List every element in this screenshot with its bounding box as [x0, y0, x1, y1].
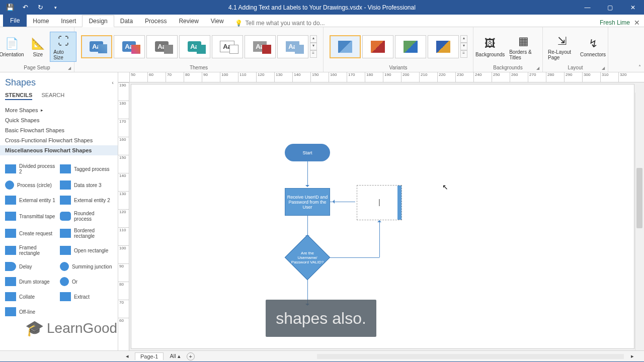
- shape-rounded-process[interactable]: Rounded process: [59, 208, 114, 225]
- connector[interactable]: [330, 257, 379, 258]
- relayout-button[interactable]: ⇲Re-Layout Page: [545, 32, 579, 61]
- tab-home[interactable]: Home: [27, 16, 55, 27]
- window-buttons: — ▢ ✕: [576, 0, 644, 15]
- theme-tile[interactable]: Aa: [81, 35, 112, 58]
- shape-open-rectangle[interactable]: Open rectangle: [59, 242, 114, 259]
- shape-extract[interactable]: Extract: [59, 289, 114, 304]
- title-bar: 💾 ↶ ↻ ▾ 4.1 Adding Text and Labels to Yo…: [0, 0, 644, 15]
- stencils-tab[interactable]: STENCILS: [5, 92, 32, 100]
- close-icon[interactable]: ✕: [621, 0, 644, 15]
- collapse-ribbon-icon[interactable]: ˄: [638, 64, 641, 70]
- tab-file[interactable]: File: [3, 15, 27, 27]
- shape-offline[interactable]: Off-line: [4, 304, 59, 319]
- connectors-button[interactable]: ↯Connectors: [580, 35, 606, 58]
- mouse-cursor-icon: ↖: [442, 183, 448, 191]
- connectors-icon: ↯: [585, 36, 601, 52]
- group-label-themes: Themes: [76, 65, 321, 71]
- page-tab-page1[interactable]: Page-1: [135, 352, 164, 360]
- flowchart-decision-valid[interactable]: Are the Username/ Password VALID?: [285, 235, 330, 280]
- shapes-panel-title: Shapes ‹: [0, 72, 118, 90]
- backgrounds-icon: 🖼: [482, 36, 498, 52]
- add-page-button[interactable]: +: [187, 352, 195, 360]
- orientation-button[interactable]: 📄Orientation: [0, 35, 26, 58]
- shape-external-entity-1[interactable]: External entity 1: [4, 193, 59, 208]
- shape-bordered-rectangle[interactable]: Bordered rectangle: [59, 225, 114, 242]
- ribbon-close-icon[interactable]: ✕: [634, 19, 640, 27]
- stencil-miscellaneous[interactable]: Miscellaneous Flowchart Shapes: [0, 145, 118, 155]
- shape-process-circle[interactable]: Process (circle): [4, 177, 59, 193]
- gallery-scroll[interactable]: ▴▾≡: [460, 35, 467, 58]
- themes-gallery[interactable]: Aa Aa Aa Aa Aa Aa Aa ▴▾≡: [81, 35, 317, 58]
- borders-titles-button[interactable]: ▦Borders & Titles: [506, 32, 540, 61]
- horizontal-scrollbar[interactable]: [317, 354, 624, 359]
- size-button[interactable]: 📐Size: [27, 35, 48, 58]
- variant-tile[interactable]: [428, 35, 459, 58]
- variants-gallery[interactable]: ▴▾≡: [330, 35, 467, 58]
- theme-tile[interactable]: Aa: [179, 35, 210, 58]
- drawing-page[interactable]: Start Receive UserID and Password from t…: [131, 84, 634, 348]
- page-nav-next-icon[interactable]: ▸: [631, 353, 634, 359]
- group-page-setup: 📄Orientation 📐Size ⛶Auto Size Page Setup…: [0, 27, 74, 72]
- canvas-area: 5060708090100110120130140150160170180190…: [118, 72, 644, 350]
- theme-tile[interactable]: Aa: [277, 35, 308, 58]
- shapes-panel: Shapes ‹ STENCILS SEARCH More Shapes▸ Qu…: [0, 72, 118, 350]
- tell-me-search[interactable]: 💡 Tell me what you want to do...: [235, 20, 325, 27]
- connector[interactable]: [307, 161, 308, 187]
- shape-divided-process-2[interactable]: Divided process 2: [4, 160, 59, 177]
- tell-me-placeholder: Tell me what you want to do...: [246, 20, 325, 27]
- vertical-scrollbar[interactable]: [635, 93, 643, 350]
- tab-review[interactable]: Review: [173, 16, 204, 27]
- tab-process[interactable]: Process: [139, 16, 173, 27]
- redo-icon[interactable]: ↻: [36, 4, 44, 12]
- tab-view[interactable]: View: [205, 16, 230, 27]
- pages-all[interactable]: All ▴: [170, 353, 180, 359]
- group-label-layout: Layout◢: [545, 65, 606, 71]
- flowchart-stored-data-selected[interactable]: [357, 185, 402, 220]
- stencil-basic-flowchart[interactable]: Basic Flowchart Shapes: [0, 125, 118, 135]
- dialog-launcher-icon[interactable]: ◢: [602, 66, 605, 70]
- shape-or[interactable]: Or: [59, 274, 114, 289]
- shape-drum-storage[interactable]: Drum storage: [4, 274, 59, 289]
- dialog-launcher-icon[interactable]: ◢: [68, 66, 71, 70]
- stencil-cross-functional[interactable]: Cross-Functional Flowchart Shapes: [0, 135, 118, 145]
- theme-tile[interactable]: Aa: [114, 35, 145, 58]
- shape-external-entity-2[interactable]: External entity 2: [59, 193, 114, 208]
- variant-tile[interactable]: [330, 35, 361, 58]
- collapse-panel-icon[interactable]: ‹: [112, 79, 114, 85]
- connector[interactable]: [379, 220, 380, 257]
- backgrounds-button[interactable]: 🖼Backgrounds: [475, 35, 505, 58]
- theme-tile[interactable]: Aa: [212, 35, 243, 58]
- connector[interactable]: [307, 216, 308, 237]
- shape-summing-junction[interactable]: Summing junction: [59, 259, 114, 274]
- variant-tile[interactable]: [395, 35, 426, 58]
- shape-tagged-process[interactable]: Tagged process: [59, 160, 114, 177]
- group-label-page-setup: Page Setup◢: [2, 65, 72, 71]
- search-tab[interactable]: SEARCH: [41, 92, 64, 100]
- flowchart-start[interactable]: Start: [285, 144, 330, 161]
- theme-tile[interactable]: Aa: [245, 35, 276, 58]
- shape-create-request[interactable]: Create request: [4, 225, 59, 242]
- minimize-icon[interactable]: —: [576, 0, 599, 15]
- qat-more-icon[interactable]: ▾: [51, 4, 59, 12]
- tab-design[interactable]: Design: [82, 15, 114, 27]
- shape-framed-rectangle[interactable]: Framed rectangle: [4, 242, 59, 259]
- variant-tile[interactable]: [362, 35, 393, 58]
- tab-data[interactable]: Data: [114, 16, 139, 27]
- shape-collate[interactable]: Collate: [4, 289, 59, 304]
- stencil-more-shapes[interactable]: More Shapes▸: [0, 105, 118, 115]
- dialog-launcher-icon[interactable]: ◢: [536, 66, 539, 70]
- ribbon-tabs: File Home Insert Design Data Process Rev…: [0, 15, 644, 27]
- gallery-scroll[interactable]: ▴▾≡: [310, 35, 317, 58]
- stencil-quick-shapes[interactable]: Quick Shapes: [0, 115, 118, 125]
- shape-transmittal-tape[interactable]: Transmittal tape: [4, 208, 59, 225]
- shape-data-store-3[interactable]: Data store 3: [59, 177, 114, 193]
- undo-icon[interactable]: ↶: [21, 4, 29, 12]
- theme-tile[interactable]: Aa: [146, 35, 178, 58]
- flowchart-process-receive[interactable]: Receive UserID and Password from the Use…: [285, 188, 330, 216]
- page-nav-prev-icon[interactable]: ◂: [126, 353, 129, 359]
- maximize-icon[interactable]: ▢: [599, 0, 621, 15]
- tab-insert[interactable]: Insert: [55, 16, 82, 27]
- auto-size-button[interactable]: ⛶Auto Size: [50, 32, 76, 62]
- save-icon[interactable]: 💾: [6, 4, 14, 12]
- shape-delay[interactable]: Delay: [4, 259, 59, 274]
